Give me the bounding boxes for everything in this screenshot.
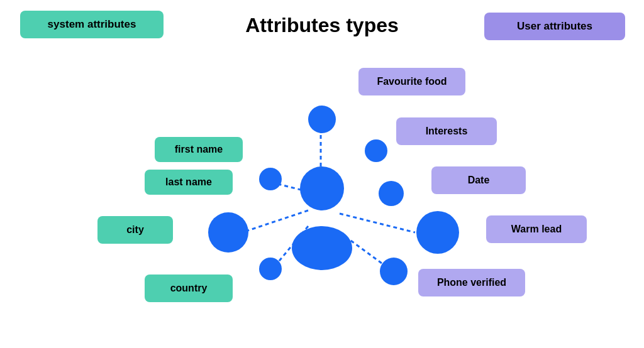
warmlead-label: Warm lead <box>486 215 587 243</box>
svg-point-12 <box>365 139 387 162</box>
svg-line-0 <box>242 210 308 232</box>
date-label: Date <box>431 166 526 194</box>
svg-point-14 <box>416 211 459 254</box>
interests-label: Interests <box>396 117 497 145</box>
svg-point-7 <box>292 226 352 270</box>
country-label: country <box>145 275 233 302</box>
svg-point-13 <box>379 181 404 206</box>
phoneverified-label: Phone verified <box>418 269 525 296</box>
svg-point-6 <box>300 166 344 210</box>
svg-point-10 <box>208 212 248 253</box>
city-label: city <box>97 216 173 244</box>
svg-point-15 <box>380 258 408 285</box>
svg-point-8 <box>308 106 336 133</box>
favouritefood-label: Favourite food <box>358 68 465 95</box>
svg-point-9 <box>259 168 282 190</box>
svg-line-3 <box>340 214 415 232</box>
svg-point-11 <box>259 258 282 280</box>
lastname-label: last name <box>145 170 233 195</box>
firstname-label: first name <box>155 137 243 162</box>
